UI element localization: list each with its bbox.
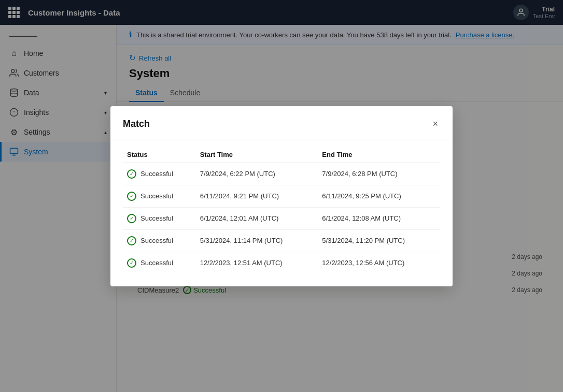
status-cell: Successful (123, 207, 196, 229)
modal-title: Match (123, 119, 150, 129)
start-time-cell: 7/9/2024, 6:22 PM (UTC) (196, 163, 318, 185)
success-icon (127, 169, 136, 179)
status-text: Successful (140, 214, 173, 222)
start-time-cell: 6/11/2024, 9:21 PM (UTC) (196, 185, 318, 207)
col-status: Status (123, 144, 196, 163)
table-row: Successful7/9/2024, 6:22 PM (UTC)7/9/202… (123, 163, 440, 185)
success-icon (127, 214, 136, 223)
end-time-cell: 6/11/2024, 9:25 PM (UTC) (318, 185, 440, 207)
status-text: Successful (140, 237, 173, 244)
status-text: Successful (140, 170, 173, 178)
match-modal: Match × Status Start Time End Time Succe… (110, 106, 453, 286)
status-cell: Successful (123, 185, 196, 207)
status-cell: Successful (123, 229, 196, 252)
end-time-cell: 12/2/2023, 12:56 AM (UTC) (318, 252, 440, 274)
modal-table: Status Start Time End Time Successful7/9… (123, 144, 440, 274)
status-text: Successful (140, 192, 173, 200)
table-row: Successful6/1/2024, 12:01 AM (UTC)6/1/20… (123, 207, 440, 229)
col-end-time: End Time (318, 144, 440, 163)
modal-body: Status Start Time End Time Successful7/9… (110, 140, 453, 286)
success-icon (127, 258, 136, 268)
table-row: Successful6/11/2024, 9:21 PM (UTC)6/11/2… (123, 185, 440, 207)
start-time-cell: 6/1/2024, 12:01 AM (UTC) (196, 207, 318, 229)
end-time-cell: 6/1/2024, 12:08 AM (UTC) (318, 207, 440, 229)
success-icon (127, 236, 136, 245)
col-start-time: Start Time (196, 144, 318, 163)
end-time-cell: 7/9/2024, 6:28 PM (UTC) (318, 163, 440, 185)
modal-overlay[interactable]: Match × Status Start Time End Time Succe… (0, 0, 563, 392)
status-cell: Successful (123, 163, 196, 185)
table-header-row: Status Start Time End Time (123, 144, 440, 163)
end-time-cell: 5/31/2024, 11:20 PM (UTC) (318, 229, 440, 252)
table-row: Successful12/2/2023, 12:51 AM (UTC)12/2/… (123, 252, 440, 274)
success-icon (127, 192, 136, 201)
modal-header: Match × (110, 106, 453, 140)
status-cell: Successful (123, 252, 196, 274)
table-row: Successful5/31/2024, 11:14 PM (UTC)5/31/… (123, 229, 440, 252)
status-text: Successful (140, 259, 173, 267)
start-time-cell: 5/31/2024, 11:14 PM (UTC) (196, 229, 318, 252)
modal-close-button[interactable]: × (430, 117, 440, 132)
start-time-cell: 12/2/2023, 12:51 AM (UTC) (196, 252, 318, 274)
